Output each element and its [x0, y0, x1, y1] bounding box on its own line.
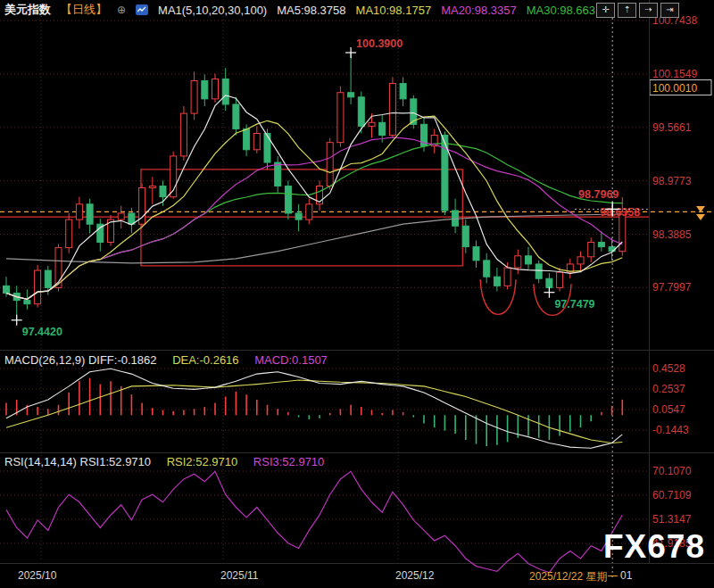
x-axis-label: 2025/11: [220, 569, 259, 582]
svg-text:97.4420: 97.4420: [22, 326, 62, 338]
period-tag[interactable]: 【日线】: [61, 2, 107, 18]
svg-text:51.3147: 51.3147: [652, 513, 692, 526]
svg-text:60.7109: 60.7109: [652, 489, 692, 501]
rsi-pane-header: RSI(14,14,14) RSI1:52.9710 RSI2:52.9710 …: [4, 455, 336, 468]
svg-text:100.1549: 100.1549: [652, 68, 697, 80]
add-indicator-icon[interactable]: ⊕: [117, 4, 126, 16]
svg-text:98.9773: 98.9773: [652, 175, 692, 187]
trading-chart-window: 97.4420100.390097.747998.796998.6358100.…: [0, 0, 714, 588]
jump-latest-icon[interactable]: ⇥: [660, 3, 679, 18]
svg-text:100.0010: 100.0010: [652, 82, 697, 95]
time-axis[interactable]: 2025/102025/112025/122025/12/22 星期一01: [0, 567, 714, 585]
svg-text:98.7969: 98.7969: [578, 188, 619, 201]
rsi-line: [6, 471, 622, 573]
x-axis-label: 2025/10: [18, 569, 56, 582]
extreme-labels: 97.4420100.390097.747998.7969: [12, 37, 619, 338]
svg-text:0.4528: 0.4528: [652, 362, 685, 375]
crosshair: [575, 9, 649, 578]
svg-text:98.3885: 98.3885: [652, 228, 692, 241]
candlestick-chart-icon[interactable]: [136, 4, 148, 15]
macd-series: [6, 369, 622, 448]
rsi3-label: RSI3:52.9710: [253, 455, 325, 468]
ma30-value: MA30:98.663: [527, 4, 595, 17]
moving-average-lines: [6, 95, 622, 299]
price-line-marker: [696, 206, 705, 220]
rsi2-label: RSI2:52.9710: [167, 455, 238, 468]
macd-pane-header: MACD(26,12,9) DIFF:-0.1862 DEA:-0.2616 M…: [4, 353, 340, 367]
svg-text:97.7479: 97.7479: [554, 298, 594, 311]
candlestick-series[interactable]: [4, 53, 626, 320]
chart-toolbar: ✛ ⇡ ⇢ ⇥: [596, 3, 679, 18]
x-axis-label: 2025/12: [395, 569, 434, 582]
x-axis-label: 01: [620, 569, 632, 582]
svg-text:99.5661: 99.5661: [652, 121, 692, 134]
pane-separators: [0, 0, 714, 564]
svg-text:97.7997: 97.7997: [652, 281, 692, 294]
chart-canvas[interactable]: 97.4420100.390097.747998.796998.6358100.…: [0, 0, 714, 588]
svg-text:70.1070: 70.1070: [652, 465, 692, 477]
ma10-value: MA10:98.1757: [356, 4, 432, 17]
fx678-watermark: FX678: [603, 528, 705, 566]
zoom-horizontal-icon[interactable]: ⇢: [639, 3, 658, 18]
zoom-vertical-icon[interactable]: ⇡: [618, 3, 636, 18]
chart-header: 美元指数 【日线】 ⊕ MA1(5,10,20,30,100) MA5:98.3…: [0, 0, 595, 20]
svg-text:-0.1443: -0.1443: [652, 424, 689, 436]
svg-text:0.0547: 0.0547: [652, 403, 685, 416]
x-axis-label: 2025/12/22 星期一: [529, 569, 618, 584]
current-price-label: 98.6358: [600, 206, 640, 219]
crosshair-pan-icon[interactable]: ✛: [596, 3, 615, 18]
ma-settings-label[interactable]: MA1(5,10,20,30,100): [158, 4, 267, 17]
y-axis-labels: 100.7438100.154999.566198.977398.388597.…: [650, 14, 711, 550]
macd-diff-label: MACD(26,12,9) DIFF:-0.1862: [4, 353, 157, 367]
ma5-value: MA5:98.3758: [277, 4, 345, 17]
macd-dea-label: DEA:-0.2616: [172, 353, 238, 367]
rsi1-label: RSI(14,14,14) RSI1:52.9710: [4, 455, 151, 468]
svg-text:100.3900: 100.3900: [356, 37, 403, 50]
symbol-title: 美元指数: [4, 2, 51, 18]
macd-value-label: MACD:0.1507: [254, 353, 328, 367]
ma20-value: MA20:98.3357: [441, 4, 517, 17]
svg-text:0.2537: 0.2537: [652, 383, 685, 395]
